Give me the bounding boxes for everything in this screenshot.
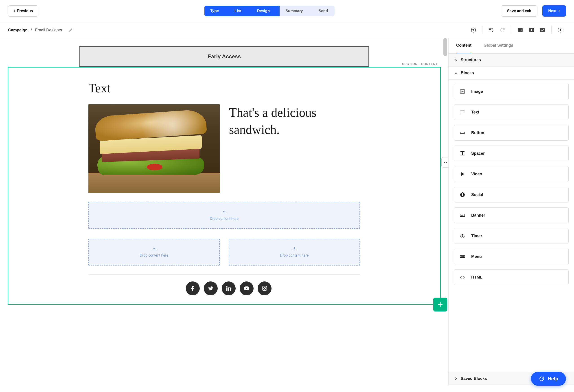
step-type[interactable]: Type <box>205 6 226 16</box>
step-summary[interactable]: Summary <box>276 6 309 16</box>
social-row <box>88 281 369 304</box>
image-block-sandwich[interactable] <box>88 104 220 193</box>
editor-toolbar <box>468 26 566 34</box>
chevron-right-icon <box>558 9 560 13</box>
drop-icon <box>291 247 298 251</box>
youtube-icon[interactable] <box>240 281 254 295</box>
image-icon <box>460 89 465 94</box>
breadcrumb: Campaign / Email Designer <box>8 28 73 33</box>
save-and-exit-button[interactable]: Save and exit <box>501 5 537 17</box>
block-label: Button <box>471 131 484 135</box>
block-timer[interactable]: Timer <box>454 228 569 244</box>
button-icon <box>460 130 465 136</box>
dropzone-left[interactable]: Drop content here <box>88 239 220 266</box>
header-banner[interactable]: Early Access <box>80 46 369 67</box>
settings-icon[interactable] <box>557 27 564 33</box>
drop-icon <box>221 210 227 214</box>
drop-icon <box>151 247 157 251</box>
block-label: HTML <box>471 275 482 280</box>
breadcrumb-separator: / <box>31 28 32 33</box>
sidebar: Content Global Settings Structures Block… <box>448 38 574 385</box>
social-icon <box>460 192 465 197</box>
undo-icon[interactable] <box>488 27 494 33</box>
step-send[interactable]: Send <box>310 6 335 16</box>
code-view-icon[interactable] <box>517 27 524 33</box>
accordion-structures[interactable]: Structures <box>449 54 574 67</box>
chat-icon <box>538 376 544 382</box>
facebook-icon[interactable] <box>186 281 200 295</box>
banner-icon <box>460 213 465 218</box>
preview-icon[interactable] <box>528 27 535 33</box>
dropzone-label: Drop content here <box>210 217 239 221</box>
block-social[interactable]: Social <box>454 187 569 202</box>
accordion-label: Saved Blocks <box>461 376 487 381</box>
help-button[interactable]: Help <box>531 372 566 385</box>
svg-point-2 <box>531 29 532 31</box>
dropzone-label: Drop content here <box>140 254 168 257</box>
previous-button[interactable]: Previous <box>8 5 38 17</box>
chevron-left-icon <box>13 9 16 13</box>
next-button[interactable]: Next <box>542 5 566 17</box>
block-label: Banner <box>471 213 485 218</box>
block-label: Timer <box>471 234 482 238</box>
blocks-list: Image Text Button Spacer Video Social <box>449 80 574 372</box>
svg-point-7 <box>266 287 266 287</box>
svg-point-4 <box>560 29 561 31</box>
dropzone-label: Drop content here <box>280 254 308 257</box>
accordion-label: Structures <box>461 58 481 62</box>
menu-icon <box>460 254 465 259</box>
edit-name-icon[interactable] <box>69 28 73 32</box>
redo-icon <box>499 27 506 33</box>
chevron-right-icon <box>454 377 457 380</box>
tab-global-settings[interactable]: Global Settings <box>484 38 513 53</box>
canvas-scrollbar[interactable] <box>443 38 447 385</box>
dropzone-full[interactable]: Drop content here <box>88 202 360 229</box>
tab-content[interactable]: Content <box>456 38 472 53</box>
section-badge: SECTION - CONTENT <box>400 62 440 66</box>
text-block-heading[interactable]: Text <box>88 81 369 95</box>
toolbar-divider <box>551 26 552 34</box>
test-send-icon[interactable] <box>539 27 546 33</box>
block-html[interactable]: HTML <box>454 269 569 285</box>
step-list[interactable]: List <box>226 6 248 16</box>
step-design[interactable]: Design <box>248 6 277 16</box>
twitter-icon[interactable] <box>204 281 218 295</box>
block-label: Video <box>471 172 482 176</box>
breadcrumb-root[interactable]: Campaign <box>8 28 28 33</box>
instagram-icon[interactable] <box>258 281 271 295</box>
block-video[interactable]: Video <box>454 166 569 182</box>
svg-point-6 <box>264 288 266 290</box>
accordion-label: Blocks <box>461 71 474 75</box>
linkedin-icon[interactable] <box>222 281 236 295</box>
block-text[interactable]: Text <box>454 104 569 120</box>
toolbar-divider <box>511 26 512 34</box>
video-icon <box>460 171 465 177</box>
svg-point-10 <box>448 162 449 163</box>
chevron-down-icon <box>454 72 457 75</box>
block-spacer[interactable]: Spacer <box>454 146 569 161</box>
accordion-blocks[interactable]: Blocks <box>449 67 574 80</box>
chevron-right-icon <box>454 59 457 62</box>
timer-icon <box>460 233 465 239</box>
section-content[interactable]: SECTION - CONTENT Text <box>8 67 441 305</box>
block-label: Text <box>471 110 479 115</box>
history-icon[interactable] <box>470 27 477 33</box>
svg-rect-12 <box>460 132 465 134</box>
block-banner[interactable]: Banner <box>454 207 569 223</box>
wizard-stepper: Type List Design Summary Send <box>205 6 335 16</box>
block-image[interactable]: Image <box>454 84 569 99</box>
dropzone-right[interactable]: Drop content here <box>229 239 360 266</box>
canvas[interactable]: Early Access SECTION - CONTENT Text <box>0 38 448 385</box>
breadcrumb-leaf: Email Designer <box>35 28 62 33</box>
block-button[interactable]: Button <box>454 125 569 141</box>
block-label: Image <box>471 89 483 94</box>
header-banner-title: Early Access <box>207 53 241 59</box>
block-label: Social <box>471 192 483 197</box>
block-menu[interactable]: Menu <box>454 249 569 264</box>
toolbar-divider <box>482 26 482 34</box>
block-label: Menu <box>471 254 482 259</box>
previous-label: Previous <box>17 9 33 13</box>
caption-text[interactable]: That's a delicious sandwich. <box>229 104 369 138</box>
text-icon <box>460 109 465 115</box>
block-label: Spacer <box>471 151 485 156</box>
